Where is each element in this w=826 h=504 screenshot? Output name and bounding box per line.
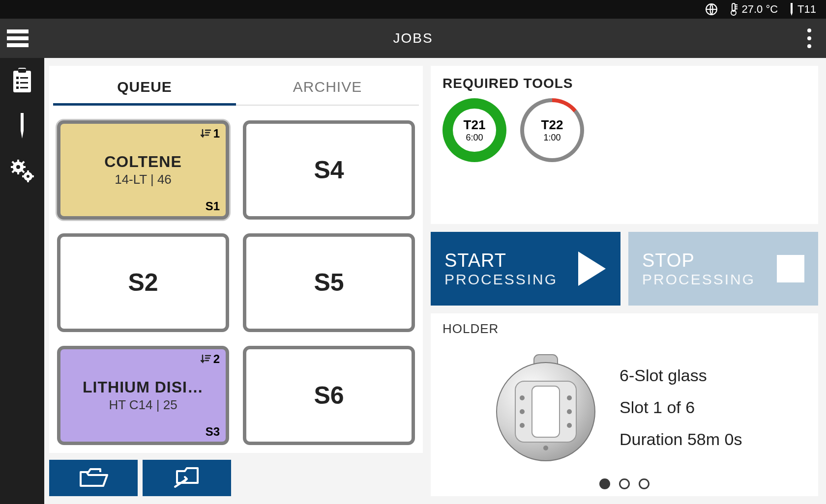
svg-rect-8 xyxy=(13,71,31,92)
pager-dot-3[interactable] xyxy=(639,478,649,489)
slot-s1[interactable]: 1 COLTENE 14-LT | 46 S1 xyxy=(57,120,229,220)
start-processing-button[interactable]: START PROCESSING xyxy=(431,232,620,306)
tool-name: T22 xyxy=(541,117,563,133)
tool-status: T11 xyxy=(789,3,816,16)
holder-type: 6-Slot glass xyxy=(620,366,742,385)
svg-rect-21 xyxy=(17,160,19,163)
play-icon xyxy=(575,250,609,288)
drill-bit-icon xyxy=(789,3,795,16)
svg-rect-15 xyxy=(16,86,19,89)
slot-s6[interactable]: S6 xyxy=(243,346,415,445)
required-tools-heading: REQUIRED TOOLS xyxy=(442,76,806,91)
required-tools-card: REQUIRED TOOLS T21 6:00 T22 1:00 xyxy=(431,66,818,224)
svg-rect-10 xyxy=(18,69,26,73)
slot-title: COLTENE xyxy=(104,153,182,171)
menu-button[interactable] xyxy=(6,27,30,50)
tab-archive[interactable]: ARCHIVE xyxy=(236,69,419,106)
holder-duration: Duration 58m 0s xyxy=(620,430,742,449)
svg-rect-14 xyxy=(20,82,28,84)
sort-icon xyxy=(201,354,211,364)
svg-rect-13 xyxy=(16,82,19,84)
sort-icon xyxy=(201,128,211,139)
clipboard-icon xyxy=(11,68,33,93)
slot-s2[interactable]: S2 xyxy=(57,233,229,333)
tool-name: T21 xyxy=(464,117,486,133)
globe-icon xyxy=(705,3,718,16)
pager-dot-1[interactable] xyxy=(599,478,610,489)
slot-label: S6 xyxy=(314,381,344,410)
slot-title: LITHIUM DISI… xyxy=(83,378,204,396)
slot-s4[interactable]: S4 xyxy=(243,120,415,220)
svg-point-41 xyxy=(520,395,525,400)
svg-marker-35 xyxy=(578,252,606,286)
slot-order-icon: 2 xyxy=(201,352,220,366)
tool-ring-t21[interactable]: T21 6:00 xyxy=(442,98,506,162)
gears-icon xyxy=(10,160,34,182)
slot-order-icon: 1 xyxy=(201,127,220,140)
svg-rect-16 xyxy=(20,87,28,88)
svg-point-46 xyxy=(567,423,572,428)
holder-card: HOLDER xyxy=(431,313,818,496)
svg-rect-33 xyxy=(22,175,25,177)
svg-rect-11 xyxy=(16,77,19,79)
svg-marker-7 xyxy=(791,13,793,16)
side-nav xyxy=(0,58,44,504)
queue-card: QUEUE ARCHIVE 1 COLTENE 14-LT | 46 S1 xyxy=(49,66,423,453)
slot-id-label: S3 xyxy=(206,425,220,439)
title-bar: JOBS xyxy=(0,19,826,58)
current-tool-value: T11 xyxy=(797,3,816,16)
more-options-button[interactable] xyxy=(807,28,811,48)
stop-label-2: PROCESSING xyxy=(642,271,755,288)
folder-export-icon xyxy=(172,467,202,489)
open-folder-button[interactable] xyxy=(49,460,138,496)
tool-ring-t22[interactable]: T22 1:00 xyxy=(520,98,584,162)
svg-rect-34 xyxy=(31,175,34,177)
holder-illustration xyxy=(492,354,600,462)
holder-slot: Slot 1 of 6 xyxy=(620,398,742,417)
slot-id-label: S1 xyxy=(206,199,220,213)
holder-pager xyxy=(442,478,806,491)
export-folder-button[interactable] xyxy=(143,460,231,496)
svg-rect-6 xyxy=(791,3,793,13)
svg-rect-32 xyxy=(27,180,29,182)
stop-processing-button[interactable]: STOP PROCESSING xyxy=(628,232,818,306)
svg-rect-24 xyxy=(23,166,26,168)
globe-status xyxy=(705,3,718,16)
tool-time: 1:00 xyxy=(543,133,560,143)
folder-open-icon xyxy=(79,467,108,489)
svg-marker-18 xyxy=(21,131,24,139)
svg-point-43 xyxy=(520,423,525,428)
svg-rect-12 xyxy=(20,77,28,79)
svg-rect-36 xyxy=(777,255,804,282)
slot-s3[interactable]: 2 LITHIUM DISI… HT C14 | 25 S3 xyxy=(57,346,229,445)
svg-rect-31 xyxy=(27,170,29,173)
start-label-1: START xyxy=(444,250,558,271)
thermometer-icon xyxy=(729,3,738,16)
svg-rect-22 xyxy=(17,171,19,174)
pager-dot-2[interactable] xyxy=(619,478,630,489)
temperature-value: 27.0 °C xyxy=(741,3,778,16)
svg-point-44 xyxy=(567,395,572,400)
nav-jobs[interactable] xyxy=(8,67,36,94)
svg-point-45 xyxy=(567,409,572,414)
holder-heading: HOLDER xyxy=(442,321,806,336)
slot-subtitle: 14-LT | 46 xyxy=(115,172,172,187)
svg-rect-40 xyxy=(532,386,560,437)
slot-s5[interactable]: S5 xyxy=(243,233,415,333)
status-bar: 27.0 °C T11 xyxy=(0,0,826,19)
temperature-status: 27.0 °C xyxy=(729,3,778,16)
nav-tools[interactable] xyxy=(8,112,36,140)
svg-point-42 xyxy=(520,409,525,414)
tab-queue[interactable]: QUEUE xyxy=(53,69,236,106)
page-title: JOBS xyxy=(393,30,433,46)
svg-point-20 xyxy=(16,165,20,169)
slot-label: S2 xyxy=(128,268,158,297)
svg-rect-17 xyxy=(21,113,24,131)
drill-icon xyxy=(19,113,26,139)
tool-time: 6:00 xyxy=(466,133,483,143)
nav-settings[interactable] xyxy=(8,157,36,185)
slot-label: S4 xyxy=(314,156,344,184)
svg-rect-23 xyxy=(11,166,14,168)
stop-icon xyxy=(775,253,806,284)
svg-point-30 xyxy=(27,175,30,178)
